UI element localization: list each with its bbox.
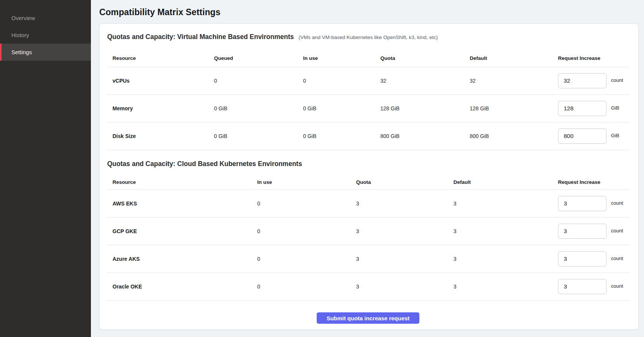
- queued-value: 0 GiB: [214, 133, 303, 139]
- request-increase-cell: GiB: [558, 129, 630, 144]
- table-row-azure-aks: Azure AKS 0 3 3 count: [106, 245, 630, 273]
- resource-name: Disk Size: [106, 133, 214, 139]
- default-value: 3: [453, 284, 558, 290]
- table-row-memory: Memory 0 GiB 0 GiB 128 GiB 128 GiB GiB: [106, 95, 630, 122]
- column-header-resource: Resource: [106, 55, 214, 61]
- in-use-value: 0: [257, 201, 356, 207]
- unit-label: GiB: [611, 105, 619, 111]
- table-row-vcpus: vCPUs 0 0 32 32 count: [106, 67, 630, 95]
- table-row-aws-eks: AWS EKS 0 3 3 count: [106, 190, 630, 218]
- request-increase-cell: count: [558, 251, 630, 266]
- request-increase-cell: count: [558, 279, 630, 294]
- quota-value: 3: [356, 256, 453, 262]
- column-header-in-use: In use: [257, 179, 356, 185]
- settings-card: Quotas and Capacity: Virtual Machine Bas…: [99, 24, 639, 330]
- in-use-value: 0: [257, 256, 356, 262]
- sidebar: Overview History Settings: [0, 0, 91, 337]
- column-header-queued: Queued: [214, 55, 303, 61]
- unit-label: GiB: [611, 133, 619, 138]
- sidebar-item-overview[interactable]: Overview: [0, 9, 91, 27]
- table-row-oracle-oke: Oracle OKE 0 3 3 count: [106, 273, 630, 301]
- request-increase-cell: count: [558, 224, 630, 239]
- resource-name: Oracle OKE: [106, 284, 257, 290]
- quota-value: 3: [356, 284, 453, 290]
- resource-name: AWS EKS: [106, 201, 257, 207]
- column-header-quota: Quota: [356, 179, 453, 185]
- request-increase-cell: GiB: [558, 101, 630, 116]
- k8s-section-title: Quotas and Capacity: Cloud Based Kuberne…: [107, 160, 302, 168]
- request-increase-input-gcp-gke[interactable]: [558, 224, 606, 239]
- submit-quota-increase-button[interactable]: Submit quota increase request: [317, 312, 419, 324]
- main-content: Compatibility Matrix Settings Quotas and…: [91, 0, 644, 337]
- unit-label: count: [611, 283, 623, 289]
- in-use-value: 0: [257, 228, 356, 234]
- vm-section-subtitle: (VMs and VM-based Kubernetes like OpenSh…: [299, 34, 438, 40]
- k8s-section-header: Quotas and Capacity: Cloud Based Kuberne…: [107, 159, 630, 169]
- column-header-default: Default: [470, 55, 558, 61]
- request-increase-input-aws-eks[interactable]: [558, 196, 606, 211]
- sidebar-item-history[interactable]: History: [0, 27, 91, 44]
- in-use-value: 0 GiB: [303, 133, 380, 139]
- request-increase-input-memory[interactable]: [558, 101, 606, 116]
- column-header-default: Default: [453, 179, 558, 185]
- queued-value: 0: [214, 78, 303, 84]
- quota-value: 800 GiB: [380, 133, 470, 139]
- in-use-value: 0: [257, 284, 356, 290]
- table-row-disk-size: Disk Size 0 GiB 0 GiB 800 GiB 800 GiB Gi…: [106, 122, 630, 150]
- in-use-value: 0: [303, 78, 380, 84]
- table-row-gcp-gke: GCP GKE 0 3 3 count: [106, 218, 630, 245]
- in-use-value: 0 GiB: [303, 105, 380, 111]
- unit-label: count: [611, 77, 623, 83]
- column-header-request-increase: Request Increase: [558, 179, 630, 185]
- default-value: 3: [453, 201, 558, 207]
- vm-section-title: Quotas and Capacity: Virtual Machine Bas…: [107, 33, 294, 41]
- vm-section-header: Quotas and Capacity: Virtual Machine Bas…: [107, 32, 630, 42]
- request-increase-input-disk-size[interactable]: [558, 129, 606, 144]
- quota-value: 128 GiB: [380, 105, 470, 111]
- k8s-table-header: Resource In use Quota Default Request In…: [106, 175, 630, 190]
- card-footer: Submit quota increase request: [106, 301, 630, 331]
- quota-value: 32: [380, 78, 470, 84]
- quota-value: 3: [356, 201, 453, 207]
- page-title: Compatibility Matrix Settings: [99, 7, 639, 17]
- default-value: 800 GiB: [470, 133, 558, 139]
- unit-label: count: [611, 255, 623, 261]
- request-increase-input-oracle-oke[interactable]: [558, 279, 606, 294]
- request-increase-input-azure-aks[interactable]: [558, 251, 606, 266]
- resource-name: vCPUs: [106, 78, 214, 84]
- queued-value: 0 GiB: [214, 105, 303, 111]
- unit-label: count: [611, 228, 623, 234]
- resource-name: Azure AKS: [106, 256, 257, 262]
- sidebar-item-settings[interactable]: Settings: [0, 44, 91, 61]
- column-header-resource: Resource: [106, 179, 257, 185]
- column-header-in-use: In use: [303, 55, 380, 61]
- default-value: 3: [453, 256, 558, 262]
- default-value: 3: [453, 228, 558, 234]
- request-increase-cell: count: [558, 73, 630, 88]
- resource-name: GCP GKE: [106, 228, 257, 234]
- column-header-quota: Quota: [380, 55, 470, 61]
- request-increase-cell: count: [558, 196, 630, 211]
- unit-label: count: [611, 200, 623, 206]
- resource-name: Memory: [106, 105, 214, 111]
- vm-table-header: Resource Queued In use Quota Default Req…: [106, 50, 630, 67]
- default-value: 128 GiB: [470, 105, 558, 111]
- quota-value: 3: [356, 228, 453, 234]
- request-increase-input-vcpus[interactable]: [558, 73, 606, 88]
- column-header-request-increase: Request Increase: [558, 55, 630, 61]
- default-value: 32: [470, 78, 558, 84]
